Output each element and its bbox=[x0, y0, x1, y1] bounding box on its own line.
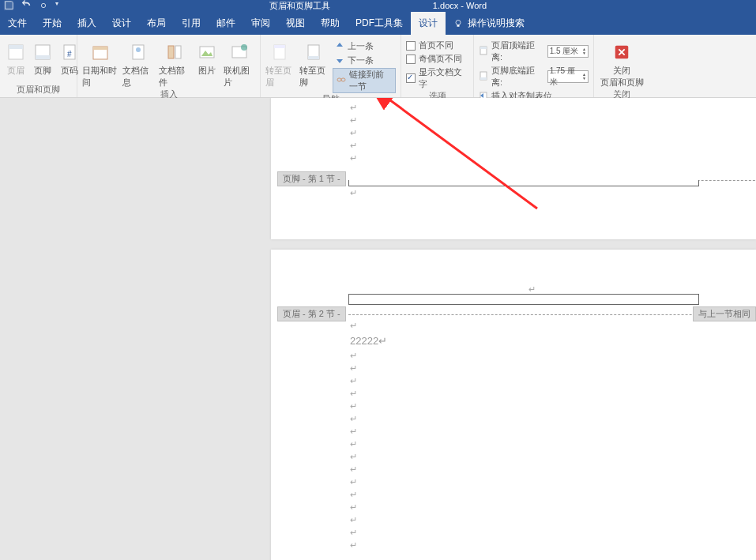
title-bar: ▾ 页眉和页脚工具 1.docx - Word bbox=[0, 0, 756, 11]
close-icon bbox=[611, 41, 633, 63]
prev-label: 上一条 bbox=[348, 40, 374, 52]
para-mark: ↵ bbox=[350, 128, 357, 138]
tab-file[interactable]: 文件 bbox=[0, 12, 35, 35]
page-2[interactable]: ↵ 页眉 - 第 2 节 - 与上一节相同 ↵ 22222↵ ↵ ↵ ↵ ↵ ↵… bbox=[271, 250, 756, 560]
datetime-label: 日期和时间 bbox=[82, 65, 118, 88]
footer-button[interactable]: 页脚 bbox=[32, 39, 54, 77]
save-icon[interactable] bbox=[3, 0, 14, 11]
tell-me-label: 操作说明搜索 bbox=[468, 17, 525, 30]
show-text-checkbox[interactable]: 显示文档文字 bbox=[406, 66, 468, 90]
goto-header-button[interactable]: 转至页眉 bbox=[265, 39, 295, 88]
para-mark: ↵ bbox=[350, 515, 357, 525]
next-label: 下一条 bbox=[348, 54, 374, 66]
para-mark: ↵ bbox=[350, 414, 357, 424]
picture-icon bbox=[196, 41, 218, 63]
diff-first-checkbox[interactable]: 首页不同 bbox=[406, 39, 468, 51]
prev-section-button[interactable]: 上一条 bbox=[333, 39, 396, 53]
header-icon bbox=[5, 41, 27, 63]
para-mark: ↵ bbox=[350, 363, 357, 374]
spinner-arrows-icon[interactable]: ▲▼ bbox=[582, 73, 586, 81]
para-mark: ↵ bbox=[350, 153, 357, 163]
onlinepic-button[interactable]: 联机图片 bbox=[224, 39, 255, 88]
svg-text:#: # bbox=[67, 50, 72, 58]
page-1[interactable]: ↵ ↵ ↵ ↵ ↵ 页脚 - 第 1 节 - ↵ bbox=[271, 98, 756, 239]
para-mark: ↵ bbox=[350, 115, 357, 126]
bulb-icon bbox=[453, 19, 463, 28]
header-distance-row: 页眉顶端距离: 1.5 厘米 ▲▼ bbox=[479, 39, 589, 63]
link-label: 链接到前一节 bbox=[349, 69, 392, 92]
svg-rect-21 bbox=[274, 45, 285, 48]
tab-view[interactable]: 视图 bbox=[278, 12, 313, 35]
tab-design[interactable]: 设计 bbox=[104, 12, 139, 35]
svg-point-13 bbox=[136, 47, 141, 52]
close-label1: 关闭 bbox=[613, 65, 630, 77]
para-mark: ↵ bbox=[350, 477, 357, 487]
redo-icon[interactable] bbox=[38, 0, 49, 11]
diff-oddeven-label: 奇偶页不同 bbox=[419, 53, 462, 65]
header-table[interactable] bbox=[348, 294, 699, 305]
calendar-icon bbox=[89, 41, 111, 63]
link-to-previous-button[interactable]: 链接到前一节 bbox=[333, 68, 396, 93]
document-workspace[interactable]: ↵ ↵ ↵ ↵ ↵ 页脚 - 第 1 节 - ↵ ↵ 页眉 - 第 2 节 - … bbox=[0, 98, 756, 560]
document-title: 1.docx - Word bbox=[433, 1, 487, 10]
para-mark: ↵ bbox=[350, 188, 357, 198]
para-mark: ↵ bbox=[350, 376, 357, 386]
header-dist-icon bbox=[479, 46, 488, 57]
docparts-label: 文档部件 bbox=[159, 65, 190, 88]
docparts-icon bbox=[164, 41, 186, 63]
tab-help[interactable]: 帮助 bbox=[313, 12, 348, 35]
tab-home[interactable]: 开始 bbox=[35, 12, 70, 35]
footer-table-row[interactable] bbox=[348, 180, 699, 186]
datetime-button[interactable]: 日期和时间 bbox=[82, 39, 118, 88]
para-mark: ↵ bbox=[350, 452, 357, 462]
tab-hf-design[interactable]: 设计 bbox=[411, 12, 446, 35]
svg-rect-3 bbox=[457, 24, 460, 26]
tab-review[interactable]: 审阅 bbox=[243, 12, 278, 35]
tab-references[interactable]: 引用 bbox=[174, 12, 209, 35]
para-mark: ↵ bbox=[350, 401, 357, 412]
header-distance-input[interactable]: 1.5 厘米 ▲▼ bbox=[547, 45, 589, 58]
svg-rect-11 bbox=[93, 47, 107, 50]
ribbon: 页眉 页脚 # 页码 页眉和页脚 日期和时间 bbox=[0, 35, 756, 98]
goto-footer-label: 转至页脚 bbox=[299, 65, 329, 88]
footer-label: 页脚 bbox=[34, 65, 51, 77]
para-mark: ↵ bbox=[350, 528, 357, 538]
docinfo-label: 文档信息 bbox=[122, 65, 154, 88]
close-hf-button[interactable]: 关闭 页眉和页脚 bbox=[599, 39, 645, 88]
tell-me-search[interactable]: 操作说明搜索 bbox=[446, 12, 532, 35]
tab-pdf[interactable]: PDF工具集 bbox=[348, 12, 411, 35]
footer-dist-icon bbox=[479, 71, 488, 82]
diff-oddeven-checkbox[interactable]: 奇偶页不同 bbox=[406, 53, 468, 65]
footer-section-1-tag: 页脚 - 第 1 节 - bbox=[277, 171, 346, 186]
qat-dropdown-icon[interactable]: ▾ bbox=[55, 0, 66, 11]
svg-rect-24 bbox=[337, 78, 341, 81]
goto-header-label: 转至页眉 bbox=[265, 65, 295, 88]
para-mark: ↵ bbox=[350, 351, 357, 361]
docinfo-button[interactable]: 文档信息 bbox=[122, 39, 154, 88]
svg-rect-14 bbox=[168, 46, 174, 58]
next-section-button[interactable]: 下一条 bbox=[333, 54, 396, 67]
svg-rect-29 bbox=[480, 77, 487, 80]
checkbox-icon bbox=[406, 41, 416, 51]
pagenum-label: 页码 bbox=[61, 65, 78, 77]
picture-button[interactable]: 图片 bbox=[195, 39, 220, 77]
checkbox-checked-icon bbox=[406, 73, 416, 83]
svg-point-19 bbox=[241, 44, 247, 51]
tab-layout[interactable]: 布局 bbox=[139, 12, 174, 35]
contextual-tools-label: 页眉和页脚工具 bbox=[269, 0, 330, 12]
docparts-button[interactable]: 文档部件 bbox=[159, 39, 190, 88]
group-hf-label: 页眉和页脚 bbox=[5, 84, 72, 97]
header-dist-label: 页眉顶端距离: bbox=[491, 39, 544, 63]
header-button[interactable]: 页眉 bbox=[5, 39, 27, 77]
arrow-down-icon bbox=[335, 55, 344, 66]
spinner-arrows-icon[interactable]: ▲▼ bbox=[582, 47, 586, 55]
header-label: 页眉 bbox=[7, 65, 24, 77]
close-label2: 页眉和页脚 bbox=[600, 77, 644, 88]
para-mark: ↵ bbox=[350, 427, 357, 437]
tab-mailings[interactable]: 邮件 bbox=[209, 12, 243, 35]
undo-icon[interactable] bbox=[21, 0, 32, 11]
footer-distance-input[interactable]: 1.75 厘米 ▲▼ bbox=[547, 70, 589, 83]
svg-rect-23 bbox=[308, 56, 319, 59]
goto-footer-button[interactable]: 转至页脚 bbox=[299, 39, 329, 88]
tab-insert[interactable]: 插入 bbox=[70, 12, 104, 35]
